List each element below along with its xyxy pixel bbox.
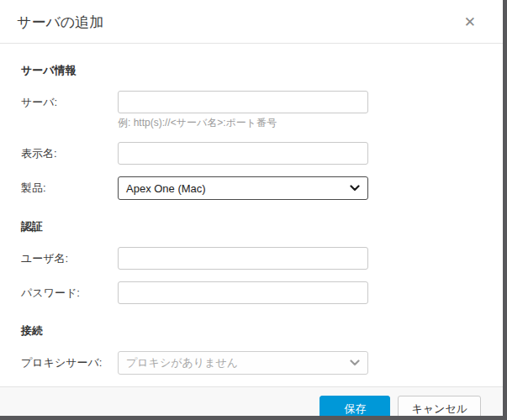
server-row: サーバ: 例: http(s)://<サーバ名>:ポート番号: [21, 91, 482, 130]
display-name-input[interactable]: [118, 142, 368, 165]
product-select[interactable]: Apex One (Mac): [118, 176, 368, 200]
page-title: サーバの追加: [17, 13, 103, 32]
username-input[interactable]: [118, 247, 368, 270]
section-heading-connection: 接続: [21, 323, 482, 339]
server-hint: 例: http(s)://<サーバ名>:ポート番号: [118, 116, 368, 130]
dialog-body: サーバ情報 サーバ: 例: http(s)://<サーバ名>:ポート番号 表示名…: [0, 44, 503, 386]
display-name-label: 表示名:: [21, 142, 118, 165]
username-row: ユーザ名:: [21, 247, 482, 270]
product-row: 製品: Apex One (Mac): [21, 176, 482, 200]
password-row: パスワード:: [21, 281, 482, 304]
proxy-select-value: プロキシがありません: [126, 355, 238, 370]
product-select-value: Apex One (Mac): [126, 182, 206, 195]
cancel-button[interactable]: キャンセル: [398, 396, 481, 420]
display-name-row: 表示名:: [21, 142, 482, 165]
section-heading-server-info: サーバ情報: [21, 63, 482, 78]
chevron-down-icon: [350, 185, 360, 192]
product-label: 製品:: [21, 176, 118, 199]
section-heading-auth: 認証: [21, 219, 482, 234]
save-button[interactable]: 保存: [320, 396, 390, 420]
username-label: ユーザ名:: [21, 247, 118, 270]
proxy-label: プロキシサーバ:: [21, 351, 118, 374]
dialog-header: サーバの追加 ✕: [0, 0, 503, 44]
chevron-down-icon: [350, 360, 360, 366]
password-input[interactable]: [118, 281, 368, 304]
server-label: サーバ:: [21, 91, 118, 113]
proxy-select: プロキシがありません: [118, 351, 368, 375]
server-input[interactable]: [118, 91, 368, 113]
add-server-dialog: サーバの追加 ✕ サーバ情報 サーバ: 例: http(s)://<サーバ名>:…: [0, 0, 507, 420]
dialog-footer: 保存 キャンセル: [0, 386, 503, 420]
proxy-row: プロキシサーバ: プロキシがありません: [21, 351, 482, 375]
password-label: パスワード:: [21, 281, 118, 304]
close-icon[interactable]: ✕: [461, 13, 479, 31]
